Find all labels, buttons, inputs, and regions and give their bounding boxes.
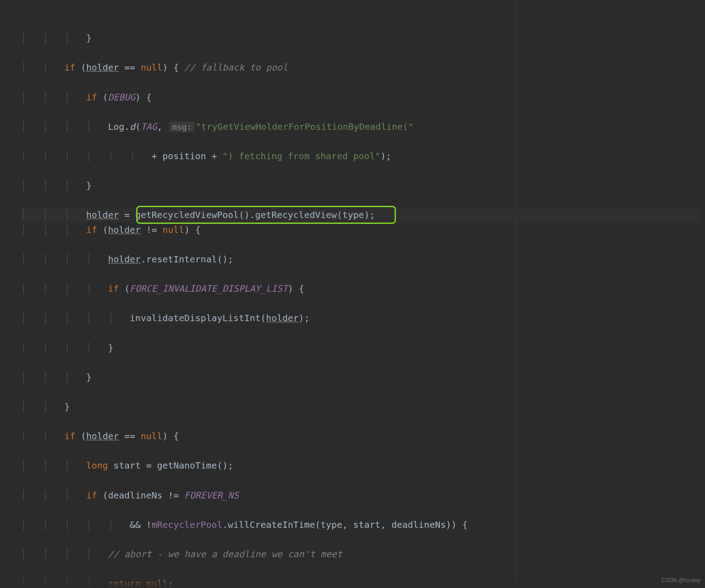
code-line: │ │ │ │ │ && !mRecyclerPool.willCreateIn…	[21, 517, 700, 532]
watermark: CSDN @hzulwy	[662, 576, 700, 585]
code-line: │ │ │ │ if (FORCE_INVALIDATE_DISPLAY_LIS…	[21, 281, 700, 296]
code-line: │ │ if (holder == null) {	[21, 429, 700, 444]
code-line: │ │ │ if (holder != null) {	[21, 223, 700, 237]
code-line: │ │ │ │ holder.resetInternal();	[21, 252, 700, 267]
code-line-highlighted: │ │ │ holder = getRecycledViewPool().get…	[21, 208, 700, 223]
param-hint: msg:	[169, 122, 194, 132]
code-line: │ │ }	[21, 399, 700, 414]
code-line: │ │ │ if (deadlineNs != FOREVER_NS	[21, 488, 700, 503]
code-line: │ │ │ │ // abort - we have a deadline we…	[21, 547, 700, 562]
gutter	[0, 1, 16, 588]
code-line: │ │ │ if (DEBUG) {	[21, 90, 700, 105]
code-line: │ │ │ }	[21, 370, 700, 385]
code-line: │ │ │ │ }	[21, 341, 700, 356]
code-line: │ │ if (holder == null) { // fallback to…	[21, 60, 700, 75]
code-line: │ │ │ │ │ invalidateDisplayListInt(holde…	[21, 311, 700, 326]
code-line: │ │ │ }	[21, 178, 700, 193]
code-line: │ │ │ long start = getNanoTime();	[21, 458, 700, 473]
code-line: │ │ │ │ │ │ + position + ") fetching fro…	[21, 149, 700, 164]
code-line: │ │ │ │ Log.d(TAG, msg:"tryGetViewHolder…	[21, 119, 700, 134]
code-line: │ │ │ }	[21, 31, 700, 46]
fade-overlay	[0, 577, 705, 588]
